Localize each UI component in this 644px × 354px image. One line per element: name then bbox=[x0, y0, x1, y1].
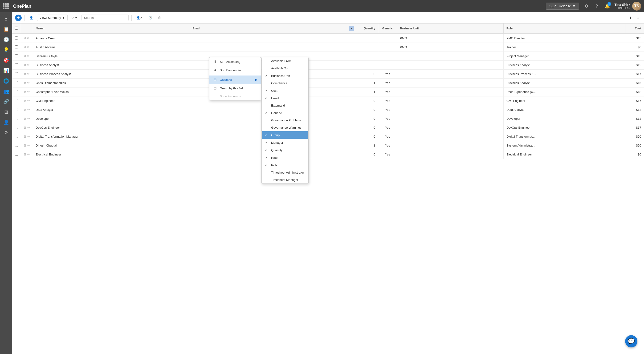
copy-icon[interactable]: ⧉ bbox=[24, 81, 26, 85]
submenu-item-manager[interactable]: ✓Manager bbox=[262, 139, 308, 146]
row-checkbox-7[interactable] bbox=[12, 96, 21, 105]
submenu-item-timesheet-manager[interactable]: Timesheet Manager bbox=[262, 176, 308, 183]
row-checkbox-9[interactable] bbox=[12, 114, 21, 123]
copy-icon[interactable]: ⧉ bbox=[24, 72, 26, 76]
sidebar-item-grid[interactable]: ⊞ bbox=[2, 107, 11, 117]
submenu-item-email[interactable]: ✓Email bbox=[262, 94, 308, 102]
edit-icon[interactable]: ✏ bbox=[27, 99, 30, 103]
th-role[interactable]: Role bbox=[504, 23, 625, 34]
sidebar-item-home[interactable]: ⌂ bbox=[2, 14, 11, 23]
assign-button[interactable]: 👤✕ bbox=[134, 15, 145, 21]
copy-icon[interactable]: ⧉ bbox=[24, 153, 26, 157]
grid-icon[interactable] bbox=[3, 3, 9, 9]
edit-icon[interactable]: ✏ bbox=[27, 108, 30, 112]
add-button[interactable]: + bbox=[15, 14, 22, 21]
row-checkbox-5[interactable] bbox=[12, 79, 21, 87]
view-selector[interactable]: View: Summary ▼ bbox=[37, 14, 68, 21]
ctx-sort-desc[interactable]: ⬇ Sort Descending bbox=[210, 66, 261, 74]
th-name[interactable]: Name ↑ bbox=[33, 23, 190, 34]
row-checkbox-8[interactable] bbox=[12, 105, 21, 114]
edit-icon[interactable]: ✏ bbox=[27, 81, 30, 85]
submenu-item-cost[interactable]: ✓Cost bbox=[262, 87, 308, 94]
sidebar-item-ideas[interactable]: 💡 bbox=[2, 45, 11, 55]
row-checkbox-10[interactable] bbox=[12, 123, 21, 132]
sidebar-item-time[interactable]: 🕐 bbox=[2, 35, 11, 44]
copy-icon[interactable]: ⧉ bbox=[24, 99, 26, 103]
th-generic[interactable]: Generic bbox=[378, 23, 397, 34]
sidebar-item-user[interactable]: 👤 bbox=[2, 118, 11, 127]
edit-icon[interactable]: ✏ bbox=[27, 90, 30, 94]
sidebar-item-reports[interactable]: 📊 bbox=[2, 66, 11, 75]
search-input[interactable] bbox=[82, 14, 128, 21]
edit-icon[interactable]: ✏ bbox=[27, 36, 30, 40]
sidebar-item-settings[interactable]: ⚙ bbox=[2, 128, 11, 137]
select-all-checkbox[interactable] bbox=[15, 26, 18, 30]
sidebar-item-people[interactable]: 👥 bbox=[2, 87, 11, 96]
submenu-item-governance-warnings[interactable]: Governance Warnings bbox=[262, 124, 308, 131]
submenu-item-compliance[interactable]: Compliance bbox=[262, 79, 308, 87]
row-checkbox-3[interactable] bbox=[12, 61, 21, 70]
submenu-item-business-unit[interactable]: ✓Business Unit bbox=[262, 72, 308, 79]
copy-icon[interactable]: ⧉ bbox=[24, 126, 26, 130]
th-cost[interactable]: Cost bbox=[625, 23, 644, 34]
row-checkbox-6[interactable] bbox=[12, 87, 21, 96]
user-icon-button[interactable]: 👤 bbox=[28, 15, 35, 21]
filter-button[interactable]: ▽ ▼ bbox=[70, 15, 80, 21]
ctx-sort-asc[interactable]: ⬆ Sort Ascending bbox=[210, 57, 261, 66]
copy-icon[interactable]: ⧉ bbox=[24, 45, 26, 49]
row-checkbox-12[interactable] bbox=[12, 141, 21, 150]
submenu-item-quantity[interactable]: ✓Quantity bbox=[262, 146, 308, 154]
submenu-item-group[interactable]: ✓Group bbox=[262, 131, 308, 139]
gear-button[interactable]: ⚙ bbox=[582, 2, 591, 10]
copy-icon[interactable]: ⧉ bbox=[24, 36, 26, 40]
release-button[interactable]: SEPT Release ▼ bbox=[546, 2, 579, 10]
copy-icon[interactable]: ⧉ bbox=[24, 54, 26, 58]
submenu-item-externalid[interactable]: ExternalId bbox=[262, 102, 308, 109]
submenu-item-generic[interactable]: ✓Generic bbox=[262, 109, 308, 117]
chat-fab[interactable]: 💬 bbox=[625, 335, 638, 348]
sidebar-item-goals[interactable]: 🎯 bbox=[2, 55, 11, 65]
th-checkbox[interactable] bbox=[12, 23, 21, 34]
th-email[interactable]: Email ▼ bbox=[190, 23, 357, 34]
row-checkbox-4[interactable] bbox=[12, 70, 21, 79]
email-column-menu-button[interactable]: ▼ bbox=[349, 26, 354, 31]
edit-icon[interactable]: ✏ bbox=[27, 153, 30, 157]
edit-icon[interactable]: ✏ bbox=[27, 117, 30, 121]
copy-icon[interactable]: ⧉ bbox=[24, 117, 26, 121]
submenu-item-available-to[interactable]: Available To bbox=[262, 65, 308, 72]
row-checkbox-13[interactable] bbox=[12, 150, 21, 159]
copy-icon[interactable]: ⧉ bbox=[24, 108, 26, 112]
ctx-columns[interactable]: ⊞ Columns ▶ bbox=[210, 75, 261, 84]
submenu-item-timesheet-administrator[interactable]: Timesheet Administrator bbox=[262, 169, 308, 176]
edit-icon[interactable]: ✏ bbox=[27, 63, 30, 67]
submenu-item-governance-problems[interactable]: Governance Problems bbox=[262, 117, 308, 124]
th-quantity[interactable]: Quantity bbox=[357, 23, 378, 34]
sidebar-item-connect[interactable]: 🔗 bbox=[2, 97, 11, 106]
edit-icon[interactable]: ✏ bbox=[27, 135, 30, 139]
help-button[interactable]: ? bbox=[592, 2, 601, 10]
edit-icon[interactable]: ✏ bbox=[27, 54, 30, 58]
row-checkbox-11[interactable] bbox=[12, 132, 21, 141]
submenu-item-role[interactable]: ✓Role bbox=[262, 161, 308, 169]
sidebar-item-web[interactable]: 🌐 bbox=[2, 76, 11, 86]
edit-icon[interactable]: ✏ bbox=[27, 126, 30, 130]
delete-button[interactable]: 🗑 bbox=[156, 15, 163, 21]
row-checkbox-2[interactable] bbox=[12, 52, 21, 61]
row-checkbox-1[interactable] bbox=[12, 43, 21, 52]
th-business-unit[interactable]: Business Unit bbox=[397, 23, 504, 34]
avatar[interactable]: TS bbox=[632, 2, 641, 10]
copy-icon[interactable]: ⧉ bbox=[24, 144, 26, 148]
history-button[interactable]: 🕐 bbox=[146, 15, 154, 21]
edit-icon[interactable]: ✏ bbox=[27, 144, 30, 148]
submenu-item-available-from[interactable]: Available From bbox=[262, 57, 308, 65]
edit-icon[interactable]: ✏ bbox=[27, 45, 30, 49]
row-checkbox-0[interactable] bbox=[12, 34, 21, 43]
sidebar-item-tasks[interactable]: 📋 bbox=[2, 24, 11, 34]
edit-icon[interactable]: ✏ bbox=[27, 72, 30, 76]
submenu-item-rate[interactable]: ✓Rate bbox=[262, 154, 308, 161]
ctx-group-by[interactable]: ⊡ Group by this field bbox=[210, 84, 261, 92]
layout-button[interactable]: ⊡ bbox=[635, 15, 641, 21]
copy-icon[interactable]: ⧉ bbox=[24, 135, 26, 139]
copy-icon[interactable]: ⧉ bbox=[24, 90, 26, 94]
copy-icon[interactable]: ⧉ bbox=[24, 63, 26, 67]
